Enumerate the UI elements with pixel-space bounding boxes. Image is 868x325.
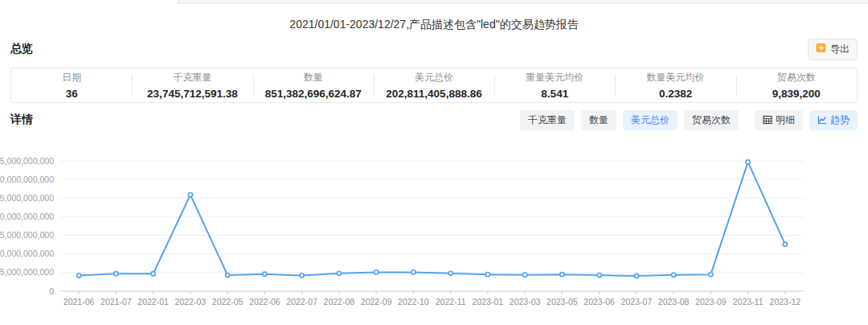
x-axis-tick-label: 2022-03 bbox=[175, 297, 207, 306]
data-point-marker[interactable] bbox=[783, 242, 787, 246]
y-axis-tick-label: 10,000,000,000 bbox=[0, 249, 54, 258]
data-point-marker[interactable] bbox=[634, 274, 638, 278]
x-axis-tick-label: 2021-07 bbox=[100, 297, 132, 306]
data-point-marker[interactable] bbox=[226, 273, 230, 277]
x-axis-tick-label: 2023-06 bbox=[583, 297, 615, 306]
overview-summary-card: 日期36千克重量23,745,712,591.38数量851,382,696,6… bbox=[10, 68, 858, 103]
data-point-marker[interactable] bbox=[188, 193, 192, 197]
overview-heading: 总览 bbox=[10, 42, 33, 56]
data-point-marker[interactable] bbox=[597, 273, 601, 277]
trend-line-series bbox=[79, 162, 785, 276]
trend-line-icon bbox=[817, 115, 827, 125]
summary-stat-label: 贸易次数 bbox=[736, 71, 857, 84]
x-axis-tick-label: 2022-08 bbox=[324, 297, 355, 306]
x-axis-tick-label: 2023-07 bbox=[621, 297, 653, 306]
data-point-marker[interactable] bbox=[114, 272, 118, 276]
tab-趋势[interactable]: 趋势 bbox=[809, 110, 858, 130]
data-point-marker[interactable] bbox=[560, 273, 564, 277]
data-point-marker[interactable] bbox=[300, 274, 304, 278]
data-point-marker[interactable] bbox=[411, 270, 416, 274]
browser-tabbar-edge bbox=[178, 0, 868, 4]
y-axis-tick-label: 30,000,000,000 bbox=[0, 175, 54, 184]
tab-label: 趋势 bbox=[830, 113, 850, 127]
summary-stat-value: 9,839,200 bbox=[736, 88, 857, 100]
data-point-marker[interactable] bbox=[448, 271, 452, 275]
overview-header-row: 总览 导出 bbox=[10, 39, 858, 60]
y-axis-tick-label: 25,000,000,000 bbox=[0, 193, 54, 203]
table-grid-icon bbox=[763, 115, 772, 125]
x-axis-tick-label: 2023-09 bbox=[695, 297, 727, 306]
tab-数量[interactable]: 数量 bbox=[581, 110, 616, 130]
x-axis-tick-label: 2022-01 bbox=[137, 297, 169, 306]
summary-stat-label: 重量美元均价 bbox=[494, 71, 615, 84]
data-point-marker[interactable] bbox=[151, 272, 155, 276]
tab-明细[interactable]: 明细 bbox=[755, 110, 803, 130]
summary-stat-value: 8.541 bbox=[494, 88, 615, 100]
data-point-marker[interactable] bbox=[375, 270, 379, 274]
x-axis-tick-label: 2023-12 bbox=[770, 297, 801, 306]
data-point-marker[interactable] bbox=[709, 273, 713, 277]
summary-stat-label: 数量美元均价 bbox=[615, 71, 735, 84]
details-tabs: 千克重量数量美元总价贸易次数明细趋势 bbox=[520, 110, 858, 130]
export-icon bbox=[816, 43, 826, 56]
details-heading: 详情 bbox=[10, 113, 33, 127]
x-axis-tick-label: 2023-03 bbox=[510, 297, 541, 306]
export-button-label: 导出 bbox=[830, 43, 850, 56]
tab-label: 明细 bbox=[776, 113, 795, 127]
x-axis-tick-label: 2023-01 bbox=[473, 297, 504, 306]
data-point-marker[interactable] bbox=[746, 160, 750, 164]
y-axis-tick-label: 35,000,000,000 bbox=[0, 156, 54, 166]
x-axis-tick-label: 2023-05 bbox=[547, 297, 578, 306]
data-point-marker[interactable] bbox=[263, 272, 267, 276]
summary-stat: 千克重量23,745,712,591.38 bbox=[132, 69, 252, 101]
summary-stat-label: 千克重量 bbox=[132, 71, 252, 84]
summary-stat-label: 数量 bbox=[253, 71, 374, 84]
trend-line-chart: 05,000,000,00010,000,000,00015,000,000,0… bbox=[0, 143, 868, 325]
x-axis-tick-label: 2022-11 bbox=[436, 297, 466, 306]
summary-stat: 贸易次数9,839,200 bbox=[736, 69, 857, 101]
x-axis-tick-label: 2021-06 bbox=[63, 297, 95, 306]
x-axis-tick-label: 2022-06 bbox=[249, 297, 280, 306]
summary-stat: 数量美元均价0.2382 bbox=[615, 69, 735, 101]
summary-stat-label: 美元总价 bbox=[374, 71, 494, 84]
trend-chart-container: 05,000,000,00010,000,000,00015,000,000,0… bbox=[0, 143, 868, 325]
tab-label: 贸易次数 bbox=[692, 113, 731, 127]
browser-tab-strip bbox=[0, 0, 868, 4]
export-button[interactable]: 导出 bbox=[808, 39, 858, 60]
page-title: 2021/01/01-2023/12/27,产品描述包含"led"的交易趋势报告 bbox=[0, 18, 868, 32]
x-axis-tick-label: 2023-08 bbox=[658, 297, 690, 306]
tab-贸易次数[interactable]: 贸易次数 bbox=[684, 110, 739, 130]
data-point-marker[interactable] bbox=[485, 273, 489, 277]
x-axis-tick-label: 2022-09 bbox=[361, 297, 392, 306]
summary-stat: 日期36 bbox=[11, 69, 132, 101]
data-point-marker[interactable] bbox=[337, 271, 341, 275]
x-axis-tick-label: 2023-11 bbox=[733, 297, 764, 306]
summary-stat-label: 日期 bbox=[11, 71, 132, 84]
y-axis-tick-label: 15,000,000,000 bbox=[0, 230, 54, 240]
data-point-marker[interactable] bbox=[672, 273, 676, 277]
tab-label: 美元总价 bbox=[631, 113, 669, 127]
summary-stat-value: 23,745,712,591.38 bbox=[132, 88, 252, 100]
summary-stat-value: 202,811,405,888.86 bbox=[374, 88, 494, 100]
summary-stat-value: 851,382,696,624.87 bbox=[253, 88, 374, 100]
summary-stat: 重量美元均价8.541 bbox=[494, 69, 615, 101]
summary-stat: 数量851,382,696,624.87 bbox=[253, 69, 374, 101]
tab-label: 千克重量 bbox=[528, 113, 567, 127]
x-axis-tick-label: 2022-07 bbox=[286, 297, 317, 306]
y-axis-tick-label: 5,000,000,000 bbox=[0, 267, 54, 277]
data-point-marker[interactable] bbox=[77, 274, 81, 278]
tab-美元总价[interactable]: 美元总价 bbox=[623, 110, 678, 130]
summary-stat-value: 36 bbox=[11, 88, 132, 100]
x-axis-tick-label: 2022-05 bbox=[212, 297, 244, 306]
details-header-row: 详情 千克重量数量美元总价贸易次数明细趋势 bbox=[10, 109, 858, 130]
data-point-marker[interactable] bbox=[523, 273, 527, 277]
tab-千克重量[interactable]: 千克重量 bbox=[520, 110, 575, 130]
tab-label: 数量 bbox=[589, 113, 608, 127]
summary-stat-value: 0.2382 bbox=[615, 88, 735, 100]
browser-active-tab-edge bbox=[0, 0, 178, 4]
summary-stat: 美元总价202,811,405,888.86 bbox=[374, 69, 494, 101]
x-axis-tick-label: 2022-10 bbox=[398, 297, 429, 306]
y-axis-tick-label: 20,000,000,000 bbox=[0, 212, 54, 221]
y-axis-tick-label: 0 bbox=[49, 286, 54, 296]
